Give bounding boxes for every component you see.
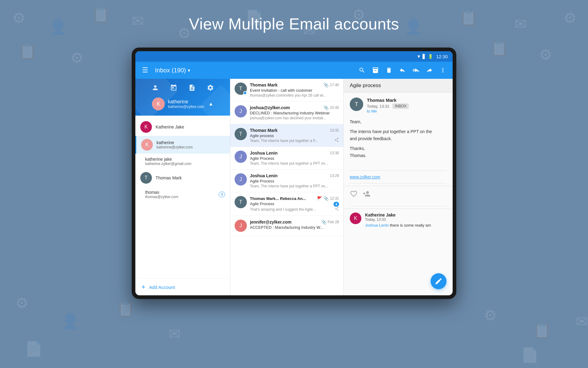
share-icon-2: [334, 137, 339, 144]
status-bar: ▼ ▋ 🔋 12:30: [135, 51, 453, 62]
bg-icon-21: ⚙: [484, 307, 497, 324]
active-account-info[interactable]: K katherine katherine@zylker.com ▲: [152, 98, 213, 110]
inbox-title: Inbox (190) ▾: [155, 67, 190, 74]
expand-icon: ▲: [209, 101, 213, 107]
email-avatar-0: T: [235, 82, 247, 95]
sidebar: K katherine katherine@zylker.com ▲ K: [135, 79, 230, 295]
active-account-avatar: K: [152, 98, 165, 110]
detail-divider: [350, 171, 447, 171]
email-item-4[interactable]: J Joshua Lenin 13:29 Agile Process Team,…: [230, 170, 343, 192]
notes-nav-icon[interactable]: [188, 84, 196, 93]
bg-icon-25: 📄: [521, 347, 539, 364]
email-content-1: joshua@zylker.com 📎 15:45 DECLINED : Man…: [250, 105, 339, 120]
email-preview-1: joshua@zylker.com has declined your invi…: [250, 116, 339, 120]
account-items: K Katherine Jake K katherine katherine@z…: [135, 116, 230, 278]
account-item-katherine-gmail[interactable]: katherine jake katherine.zylker@gmail.co…: [135, 154, 230, 169]
thomas-badge: 4: [219, 192, 225, 197]
favorite-button[interactable]: [350, 190, 358, 200]
email-content-0: Thomas Mark 📎 17:40 Event Invitation - c…: [250, 82, 339, 98]
flag-icon-5: 🚩: [317, 196, 322, 201]
settings-nav-icon[interactable]: [207, 84, 214, 93]
bg-icon-20: ✉: [168, 325, 181, 342]
toolbar: ☰ Inbox (190) ▾: [135, 62, 453, 79]
bg-icon-19: 📋: [116, 301, 135, 318]
email-preview-0: thomas@zylker.comInvites you Apr 26 call…: [250, 93, 339, 98]
email-preview-5: That's amazing and I suggest the Agile..…: [250, 207, 335, 212]
to-me-label: to Me: [367, 109, 447, 113]
forward-button[interactable]: [423, 64, 435, 76]
email-avatar-4: J: [235, 173, 247, 186]
account-item-katherine-jake[interactable]: K Katherine Jake: [135, 118, 230, 136]
delete-button[interactable]: [383, 64, 395, 76]
detail-divider-2: [350, 183, 447, 183]
email-item-0[interactable]: T Thomas Mark 📎 17:40 Event Invitation -…: [230, 79, 343, 102]
account-details-thomas-mark: Thomas Mark: [156, 175, 225, 180]
email-badge-5: 4: [334, 202, 339, 207]
bg-icon-22: 📋: [533, 322, 551, 339]
email-content-3: Joshua Lenin 13:30 Agile Process Team, T…: [250, 151, 339, 166]
attachment-icon-6: 📎: [321, 220, 326, 224]
account-details-thomas: thomas thomas@zylker.com: [145, 190, 215, 199]
email-content-5: Thomas Mark... Rebecca An... 🚩 📎 12:31 A…: [250, 196, 339, 212]
bg-icon-16: ⚙: [539, 46, 552, 63]
detail-link[interactable]: www.zylker.com: [344, 173, 453, 181]
avatar-katherine-selected: K: [141, 139, 153, 151]
email-preview-3: Team, The interns have put together a PP…: [250, 161, 339, 166]
add-icon: +: [141, 283, 145, 291]
active-account-details: katherine katherine@zylker.com: [168, 99, 204, 109]
add-account-button[interactable]: + Add Account: [135, 278, 230, 295]
menu-button[interactable]: ☰: [139, 64, 151, 76]
avatar-thomas-mark: T: [140, 172, 152, 184]
page-title: View Multiple Email accounts: [0, 15, 588, 33]
detail-header: T Thomas Mark Today, 13:31 INBOX to Me: [344, 93, 453, 118]
body-greeting: Team,: [350, 118, 447, 125]
attachment-icon-0: 📎: [323, 82, 329, 87]
email-subject-3: Agile Process: [250, 156, 339, 161]
email-item-3[interactable]: J Joshua Lenin 13:30 Agile Process Team,…: [230, 147, 343, 170]
account-details-katherine-jake: Katherine Jake: [156, 125, 225, 129]
email-item-6[interactable]: J jennifer@zylker.com 📎 Feb 28 ACCEPTED …: [230, 216, 343, 236]
email-item-2[interactable]: T Thomas Mark 13:31 Agile process Team, …: [230, 124, 343, 147]
email-list: T Thomas Mark 📎 17:40 Event Invitation -…: [230, 79, 344, 295]
email-avatar-5: T: [235, 196, 247, 208]
attachment-icon-1: 📎: [323, 105, 329, 110]
email-subject-5: Agile Process: [250, 201, 274, 206]
bg-icon-15: 📋: [490, 40, 508, 57]
bg-icon-17: ⚙: [15, 294, 28, 312]
detail-subject-bar: Agile process: [344, 79, 453, 93]
email-header-2: Thomas Mark 13:31: [250, 128, 339, 133]
archive-button[interactable]: [369, 64, 382, 76]
reply-all-button[interactable]: [410, 64, 422, 76]
calendar-nav-icon[interactable]: [170, 84, 177, 93]
account-item-katherine-selected[interactable]: K katherine katherine@zylker.com: [135, 136, 230, 154]
reply-button[interactable]: [396, 64, 409, 76]
wifi-icon: ▼: [417, 54, 421, 59]
bg-icon-18: 👤: [61, 313, 80, 330]
email-content-6: jennifer@zylker.com 📎 Feb 28 ACCEPTED : …: [250, 220, 339, 230]
detail-actions: [344, 186, 453, 203]
bg-icon-14: ⚙: [70, 49, 84, 66]
account-item-thomas-mark[interactable]: T Thomas Mark: [135, 169, 230, 187]
contacts-nav-icon[interactable]: [152, 84, 159, 93]
more-button[interactable]: [437, 64, 449, 76]
unread-dot-0: [243, 91, 247, 95]
email-header-5: Thomas Mark... Rebecca An... 🚩 📎 12:31: [250, 196, 339, 201]
account-item-thomas[interactable]: thomas thomas@zylker.com 4: [135, 187, 230, 202]
add-account-label: Add Account: [149, 285, 175, 290]
account-details-katherine-gmail: katherine jake katherine.zylker@gmail.co…: [145, 157, 225, 166]
inbox-badge: INBOX: [392, 103, 409, 109]
email-item-5[interactable]: T Thomas Mark... Rebecca An... 🚩 📎 12:31…: [230, 192, 343, 216]
sidebar-nav-icons: [152, 84, 214, 93]
status-icons: ▼ ▋ 🔋 12:30: [417, 54, 448, 59]
email-item-1[interactable]: J joshua@zylker.com 📎 15:45 DECLINED : M…: [230, 102, 343, 124]
search-button[interactable]: [356, 64, 368, 76]
compose-fab-button[interactable]: [431, 273, 447, 289]
add-person-button[interactable]: [363, 190, 371, 200]
email-content-2: Thomas Mark 13:31 Agile process Team, Th…: [250, 128, 339, 143]
bg-icon-23: ✉: [576, 313, 588, 330]
email-subject-1: DECLINED : Manufacturing Industry Webina…: [250, 111, 339, 115]
email-avatar-3: J: [235, 151, 247, 163]
reply-info: Katherine Jake Today, 13:33 Joshua Lenin…: [365, 213, 447, 228]
main-content: K katherine katherine@zylker.com ▲ K: [135, 79, 453, 295]
status-time: 12:30: [436, 54, 448, 59]
